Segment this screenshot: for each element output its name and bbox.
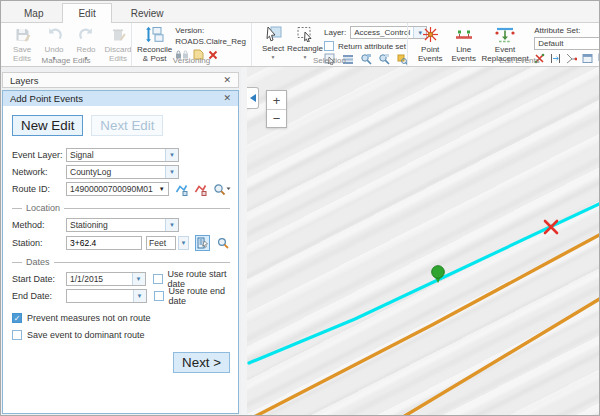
zoom-to-station-icon (217, 237, 229, 249)
point-event-marker[interactable] (432, 266, 445, 279)
method-label: Method: (12, 220, 66, 230)
group-edit-events: Point Events Line Events Event Replaceme… (407, 23, 600, 66)
attribute-set-combo[interactable]: Default ▼ (534, 37, 600, 50)
next-button[interactable]: Next > (173, 352, 230, 373)
zoom-in-button[interactable]: + (267, 91, 286, 109)
map-view[interactable]: + − (247, 67, 599, 415)
station-unit-arrow-icon[interactable]: ▼ (178, 236, 189, 250)
pick-station-from-map-button[interactable] (195, 235, 210, 251)
event-layer-label: Event Layer: (12, 150, 66, 160)
zoom-out-button[interactable]: − (267, 109, 286, 127)
event-layer-combo[interactable]: Signal ▼ (66, 148, 179, 162)
use-route-start-date-checkbox[interactable] (153, 274, 163, 284)
line-events-icon (455, 26, 473, 45)
road-upper-line[interactable] (254, 234, 599, 415)
end-date-label: End Date: (12, 291, 66, 301)
select-route-on-map-icon[interactable] (175, 183, 188, 196)
pane-title: Add Point Events (10, 93, 83, 104)
use-route-end-date-checkbox[interactable] (154, 291, 164, 301)
group-selection: Select ▼ Rectangle ▼ Layer: Access_Contr… (251, 23, 407, 66)
layers-pane-header[interactable]: Layers ✕ (2, 72, 239, 88)
reconcile-post-icon (145, 26, 165, 45)
add-point-events-pane: Add Point Events ✕ New Edit Next Edit Ev… (2, 90, 239, 414)
tab-review[interactable]: Review (115, 3, 180, 22)
new-edit-button[interactable]: New Edit (12, 115, 83, 136)
prevent-measures-label: Prevent measures not on route (27, 313, 151, 323)
start-date-combo[interactable]: 1/1/2015 ▼ (66, 272, 146, 286)
version-label: Version: (175, 26, 246, 35)
discard-edits-icon (110, 26, 127, 45)
group-manage-edits: Save Edits Undo ▼ Redo ▼ Discar (1, 23, 131, 66)
route-id-combo[interactable]: 14900000700090M01 ▼ (66, 182, 169, 196)
map-zoom-control: + − (266, 90, 287, 128)
network-label: Network: (12, 167, 66, 177)
ribbon: Save Edits Undo ▼ Redo ▼ Discar (1, 23, 599, 67)
attribute-set-label: Attribute Set: (534, 26, 600, 35)
event-replacement-icon (494, 26, 516, 45)
collapse-pane-button[interactable] (247, 87, 259, 109)
ribbon-tab-bar: Map Edit Review (1, 1, 599, 23)
map-features-layer (247, 67, 599, 415)
zoom-to-route-icon[interactable] (213, 183, 231, 196)
use-route-end-date-label: Use route end date (169, 286, 230, 306)
station-label: Station: (12, 238, 66, 248)
end-date-combo-arrow-icon[interactable]: ▼ (133, 290, 146, 302)
select-cursor-icon (264, 26, 282, 44)
tab-map[interactable]: Map (8, 3, 59, 22)
network-combo[interactable]: CountyLog ▼ (66, 165, 179, 179)
event-layer-combo-arrow-icon[interactable]: ▼ (165, 149, 178, 161)
route-id-combo-arrow-icon[interactable]: ▼ (156, 186, 168, 192)
road-lower-line[interactable] (403, 298, 599, 415)
location-section-label: Location (12, 203, 230, 213)
redo-icon (78, 26, 95, 45)
point-events-icon (422, 26, 439, 45)
collapse-arrow-icon (250, 94, 256, 102)
zoom-to-station-button[interactable] (216, 235, 231, 251)
return-attribute-set-label: Return attribute set (338, 42, 406, 51)
selected-route-line[interactable] (249, 203, 599, 363)
add-point-events-header[interactable]: Add Point Events ✕ (3, 91, 238, 106)
end-date-combo[interactable]: ▼ (66, 289, 147, 303)
save-edits-icon (14, 26, 31, 45)
tab-edit[interactable]: Edit (62, 3, 111, 22)
method-combo[interactable]: Stationing ▼ (66, 218, 179, 232)
save-dominant-route-label: Save event to dominant route (27, 330, 145, 340)
version-value: ROADS.Claire_Reg (175, 37, 246, 46)
return-attribute-set-checkbox[interactable] (324, 41, 334, 51)
layers-close-icon[interactable]: ✕ (223, 76, 231, 85)
dock-panel-area: Layers ✕ Add Point Events ✕ New Edit Nex… (1, 67, 241, 415)
start-date-combo-arrow-icon[interactable]: ▼ (132, 273, 145, 285)
group-versioning: Reconcile & Post Version: ROADS.Claire_R… (131, 23, 251, 66)
layer-label: Layer: (324, 28, 346, 37)
stationing-tool-icon (197, 237, 208, 249)
station-input[interactable] (66, 236, 142, 250)
method-combo-arrow-icon[interactable]: ▼ (165, 219, 178, 231)
pane-close-icon[interactable]: ✕ (223, 94, 231, 103)
rectangle-select-icon (296, 26, 314, 44)
dates-section-label: Dates (12, 257, 230, 267)
start-date-label: Start Date: (12, 274, 66, 284)
prevent-measures-checkbox[interactable]: ✓ (12, 313, 22, 323)
route-id-label: Route ID: (12, 184, 66, 194)
network-combo-arrow-icon[interactable]: ▼ (165, 166, 178, 178)
save-dominant-route-checkbox[interactable] (12, 330, 22, 340)
remove-route-icon[interactable] (194, 183, 207, 196)
layers-pane-title: Layers (10, 75, 39, 86)
undo-icon (46, 26, 63, 45)
next-edit-button[interactable]: Next Edit (91, 115, 163, 136)
station-unit-combo[interactable]: Feet (146, 236, 176, 250)
application-window: Map Edit Review Save Edits Undo ▼ (0, 0, 600, 416)
